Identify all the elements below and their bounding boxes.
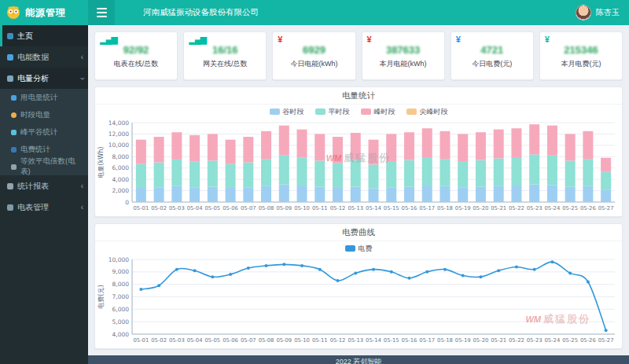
legend-item[interactable]: 平时段 [315, 107, 350, 117]
line-point [605, 329, 608, 332]
legend-label: 谷时段 [283, 107, 304, 117]
svg-text:05-22: 05-22 [509, 337, 524, 344]
svg-text:05-20: 05-20 [473, 337, 489, 344]
svg-text:9,000: 9,000 [112, 268, 130, 275]
svg-text:05-21: 05-21 [491, 205, 506, 211]
svg-text:05-08: 05-08 [259, 205, 274, 211]
sidebar-item-meter-management[interactable]: 电表管理 [0, 197, 88, 218]
bar-segment [440, 159, 450, 186]
line-point [497, 269, 500, 272]
footer-text: 2022 若邻智能 [336, 358, 382, 364]
stat-label: 电表在线/总数 [95, 59, 177, 69]
line-point [462, 274, 465, 278]
legend-item[interactable]: 尖峰时段 [406, 107, 448, 117]
svg-text:7,000: 7,000 [112, 293, 130, 300]
svg-text:05-24: 05-24 [545, 205, 561, 211]
sidebar-item-home[interactable]: 主页 [0, 25, 88, 46]
yen-icon: ¥ [456, 35, 460, 44]
user-menu[interactable]: 陈杏玉 [576, 0, 629, 25]
hamburger-icon [97, 16, 107, 17]
home-icon [7, 33, 13, 39]
svg-text:05-17: 05-17 [419, 337, 435, 344]
bar-segment [511, 157, 521, 186]
reports-icon [7, 183, 13, 189]
sidebar-toggle-button[interactable] [88, 0, 115, 25]
bar-segment [279, 126, 289, 156]
bar-segment [243, 187, 253, 202]
sidebar-subitem-label: 用电量统计 [20, 93, 58, 103]
bar-segment [440, 131, 450, 159]
usage-stats-icon [11, 95, 17, 101]
bar-segment [369, 189, 379, 202]
legend-label: 电费 [359, 244, 373, 254]
svg-text:05-20: 05-20 [473, 205, 489, 211]
bar-segment [154, 137, 164, 162]
svg-text:05-26: 05-26 [580, 205, 596, 211]
sidebar-item-energy-data[interactable]: 电能数据 [0, 46, 88, 68]
bar-segment [494, 186, 504, 202]
yen-icon: ¥ [367, 35, 371, 44]
svg-text:05-13: 05-13 [348, 337, 363, 344]
bar-segment [386, 187, 396, 202]
sidebar-subitem-cost-stats[interactable]: 电费统计 [0, 141, 88, 158]
bar-segment [154, 163, 164, 188]
stat-card-gateways-online: ▂▄▆ 16/16 网关在线/总数 [183, 31, 267, 80]
svg-text:05-19: 05-19 [455, 337, 471, 344]
bar-segment [386, 161, 396, 187]
sidebar-item-energy-analysis[interactable]: 电量分析 [0, 68, 88, 89]
hamburger-icon [97, 12, 107, 13]
bar-segment [243, 163, 253, 188]
svg-text:05-25: 05-25 [562, 205, 578, 211]
footer: 2022 若邻智能 [88, 355, 629, 364]
app-brand[interactable]: 能源管理 [0, 0, 88, 25]
bar-segment [404, 132, 414, 160]
sidebar-subitem-usage-stats[interactable]: 用电量统计 [0, 89, 88, 106]
bar-segment [261, 131, 271, 159]
meter-multiplier-icon [11, 164, 17, 170]
legend-label: 峰时段 [374, 107, 395, 117]
chevron-left-icon [81, 53, 83, 61]
line-point [139, 288, 142, 291]
stat-value: 387633 [362, 44, 444, 56]
svg-text:10,000: 10,000 [109, 142, 129, 149]
bar-segment [529, 124, 539, 154]
sidebar-subitem-peak-valley-stats[interactable]: 峰平谷统计 [0, 123, 88, 141]
bar-segment [171, 186, 182, 202]
bar-segment [136, 140, 146, 164]
bar-chart-legend: 谷时段平时段峰时段尖峰时段 [95, 105, 622, 119]
bar-segment [226, 164, 236, 188]
sidebar-subitem-period-energy[interactable]: 时段电量 [0, 106, 88, 123]
bar-segment [601, 172, 611, 190]
legend-item[interactable]: 电费 [345, 244, 373, 254]
stat-label: 今日电费(元) [451, 59, 533, 69]
svg-text:05-12: 05-12 [330, 337, 346, 344]
sidebar-item-reports[interactable]: 统计报表 [0, 175, 88, 197]
svg-text:05-25: 05-25 [562, 337, 578, 344]
bar-segment [351, 133, 361, 160]
bar-segment [583, 159, 593, 186]
bar-segment [136, 164, 146, 188]
svg-text:05-18: 05-18 [437, 337, 453, 344]
line-point [175, 268, 178, 271]
legend-item[interactable]: 峰时段 [361, 107, 395, 117]
bar-segment [297, 186, 307, 202]
sidebar-subitem-equivalent-multiplier[interactable]: 等效平电倍数(电表) [0, 158, 88, 175]
svg-text:05-16: 05-16 [402, 205, 417, 211]
line-point [337, 279, 340, 282]
svg-text:05-05: 05-05 [204, 205, 220, 211]
svg-text:05-01: 05-01 [133, 205, 149, 211]
stat-card-meters-online: ▂▄▆ 92/92 电表在线/总数 [94, 31, 178, 80]
bar-segment [226, 140, 236, 164]
energy-analysis-icon [7, 75, 13, 82]
svg-text:05-04: 05-04 [187, 337, 203, 344]
bar-segment [547, 126, 557, 156]
bar-segment [189, 135, 200, 162]
line-point [157, 284, 160, 287]
svg-text:05-06: 05-06 [223, 337, 238, 344]
bar-segment [314, 160, 325, 186]
bar-segment [601, 158, 611, 172]
legend-item[interactable]: 谷时段 [270, 107, 304, 117]
owl-logo-icon [6, 6, 20, 20]
stat-card-today-cost: ¥ 4721 今日电费(元) [451, 31, 534, 80]
legend-label: 平时段 [329, 107, 350, 117]
